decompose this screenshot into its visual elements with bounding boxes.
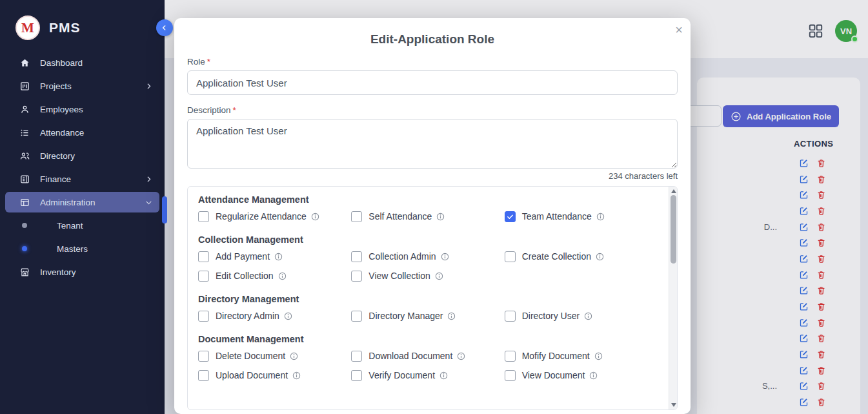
permission-label: Collection Admin (368, 251, 436, 262)
sidebar-item-inventory[interactable]: Inventory (0, 260, 165, 284)
permission-checkbox[interactable] (351, 271, 362, 282)
info-icon[interactable] (594, 352, 603, 360)
info-icon[interactable] (441, 253, 449, 261)
sidebar-item-attendance[interactable]: Attendance (0, 121, 165, 144)
sidebar-item-label: Directory (40, 151, 75, 161)
permission-item[interactable]: Collection Admin (351, 247, 504, 266)
permission-item[interactable]: Upload Document (198, 366, 351, 385)
permission-group: Directory Management Directory Admin Dir… (198, 294, 658, 326)
permission-grid: Add Payment Collection Admin Create Coll… (198, 247, 658, 285)
permission-item[interactable]: Add Payment (198, 247, 351, 266)
permission-label: Upload Document (216, 370, 288, 380)
home-icon (19, 57, 30, 68)
info-icon[interactable] (292, 371, 301, 380)
info-icon[interactable] (457, 352, 465, 360)
permission-item[interactable]: Directory Admin (198, 306, 351, 326)
permission-label: Directory User (522, 311, 580, 321)
sidebar-item-dashboard[interactable]: Dashboard (0, 51, 165, 74)
permission-checkbox[interactable] (198, 271, 209, 282)
permission-group-title: Document Management (198, 334, 658, 344)
permission-item[interactable]: Directory User (505, 306, 658, 326)
sidebar-collapse-button[interactable] (156, 19, 173, 36)
permission-item[interactable]: Mofify Document (505, 346, 658, 366)
permission-checkbox[interactable] (351, 370, 362, 381)
permission-checkbox[interactable] (351, 351, 362, 362)
sidebar-item-label: Administration (40, 198, 96, 207)
info-icon[interactable] (290, 352, 298, 360)
chevron-right-icon (145, 82, 153, 90)
sidebar-item-finance[interactable]: Finance (0, 167, 165, 191)
permission-label: View Collection (368, 271, 430, 281)
scroll-up-arrow-icon[interactable] (671, 189, 676, 193)
scroll-down-arrow-icon[interactable] (671, 403, 676, 407)
permission-grid: Directory Admin Directory Manager Direct… (198, 306, 658, 326)
permission-item[interactable]: Directory Manager (351, 306, 504, 326)
permission-item[interactable]: View Document (505, 366, 658, 385)
scrollbar-thumb[interactable] (671, 195, 676, 264)
sidebar-item-administration[interactable]: Administration (5, 192, 159, 212)
chevron-right-icon (145, 175, 153, 183)
permission-checkbox[interactable] (351, 251, 362, 262)
permission-item[interactable]: Delete Document (198, 346, 351, 366)
sidebar-item-label: Projects (40, 81, 72, 91)
required-marker: * (207, 57, 210, 67)
chevron-down-icon (145, 198, 153, 207)
permission-checkbox[interactable] (198, 370, 209, 381)
permission-item[interactable]: Team Attendance (505, 207, 658, 226)
permission-label: Self Attendance (368, 211, 432, 222)
permission-item[interactable]: Regularize Attendance (198, 207, 351, 226)
permission-item[interactable]: Verify Document (351, 366, 504, 385)
info-icon[interactable] (284, 312, 292, 320)
info-icon[interactable] (436, 212, 445, 221)
permission-item[interactable]: Self Attendance (351, 207, 504, 226)
info-icon[interactable] (589, 371, 598, 380)
admin-panel-icon (19, 197, 30, 208)
required-marker: * (233, 105, 236, 115)
role-input[interactable] (187, 70, 678, 95)
sidebar-item-employees[interactable]: Employees (0, 98, 165, 121)
permission-label: Verify Document (368, 370, 435, 380)
scrollbar[interactable] (669, 187, 677, 409)
modal-form: Role* Description* Application Test User… (174, 57, 691, 181)
info-icon[interactable] (596, 212, 605, 221)
permission-checkbox[interactable] (198, 251, 209, 262)
permission-group: Collection Management Add Payment Collec… (198, 234, 658, 285)
permission-checkbox[interactable] (505, 370, 516, 381)
edit-application-role-modal: × Edit-Application Role Role* Descriptio… (174, 18, 691, 414)
permission-checkbox[interactable] (505, 211, 516, 222)
permission-label: Edit Collection (216, 271, 274, 281)
info-icon[interactable] (435, 272, 443, 280)
info-icon[interactable] (274, 253, 283, 261)
permission-item[interactable]: View Collection (351, 266, 504, 285)
permission-item[interactable]: Create Collection (505, 247, 658, 266)
permission-checkbox[interactable] (351, 211, 362, 222)
description-input[interactable]: Application Test User (187, 119, 678, 169)
sidebar-subitem-label: Tenant (57, 221, 83, 231)
project-board-icon (19, 81, 30, 92)
permission-checkbox[interactable] (505, 351, 516, 362)
permission-checkbox[interactable] (198, 211, 209, 222)
sidebar-item-directory[interactable]: Directory (0, 144, 165, 167)
info-icon[interactable] (596, 253, 604, 261)
active-nav-indicator (162, 196, 167, 223)
sidebar: M PMS Dashboard Projects Employees Atten… (0, 0, 165, 414)
permission-checkbox[interactable] (505, 311, 516, 322)
info-icon[interactable] (447, 312, 456, 320)
field-label-text: Description (187, 105, 231, 115)
permission-checkbox[interactable] (505, 251, 516, 262)
sidebar-subitem-tenant[interactable]: Tenant (0, 214, 165, 237)
info-icon[interactable] (311, 212, 319, 221)
info-icon[interactable] (584, 312, 592, 320)
permission-checkbox[interactable] (198, 351, 209, 362)
info-icon[interactable] (439, 371, 448, 380)
bullet-dot-icon (22, 246, 27, 251)
check-icon (507, 213, 514, 220)
permission-item[interactable]: Edit Collection (198, 266, 351, 285)
sidebar-subitem-masters[interactable]: Masters (0, 237, 165, 260)
permission-checkbox[interactable] (198, 311, 209, 322)
close-icon[interactable]: × (675, 23, 683, 36)
permission-item[interactable]: Download Document (351, 346, 504, 366)
info-icon[interactable] (278, 272, 287, 280)
sidebar-item-projects[interactable]: Projects (0, 74, 165, 98)
permission-checkbox[interactable] (351, 311, 362, 322)
